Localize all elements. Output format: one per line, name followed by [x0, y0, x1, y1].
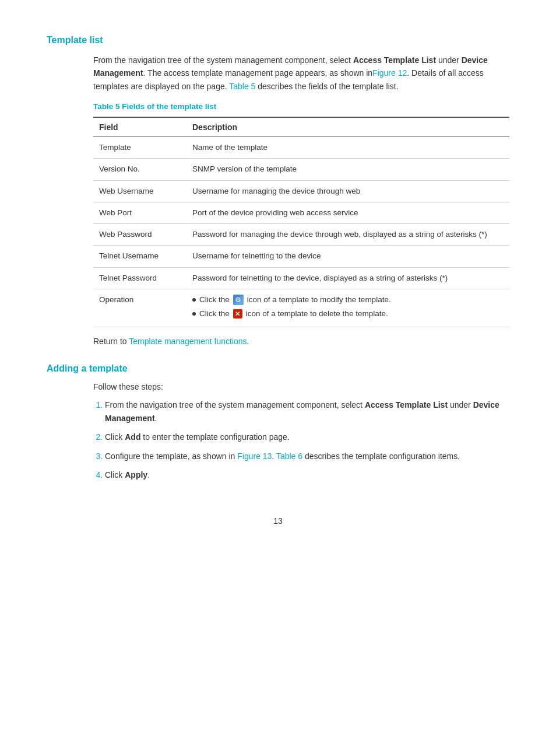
step-3: Configure the template, as shown in Figu…: [105, 450, 509, 463]
figure-12-link[interactable]: Figure 12: [372, 68, 407, 78]
table-row: Version No. SNMP version of the template: [93, 159, 509, 180]
row-field: Web Port: [93, 202, 186, 223]
step-4-bold: Apply: [125, 470, 147, 480]
row-field: Telnet Username: [93, 246, 186, 267]
bullet-delete: Click the icon of a template to delete t…: [192, 308, 504, 320]
table-5-link[interactable]: Table 5: [229, 82, 255, 91]
template-fields-table: Field Description Template Name of the t…: [93, 117, 509, 327]
row-description: SNMP version of the template: [186, 159, 509, 180]
table-header-row: Field Description: [93, 117, 509, 137]
row-field: Version No.: [93, 159, 186, 180]
row-field: Telnet Password: [93, 267, 186, 289]
step-3-text-1: Configure the template, as shown in: [105, 452, 237, 461]
operation-bullets: Click the icon of a template to modify t…: [192, 294, 504, 320]
adding-template-section: Adding a template Follow these steps: Fr…: [47, 363, 509, 481]
bullet-modify: Click the icon of a template to modify t…: [192, 294, 504, 306]
template-list-body: From the navigation tree of the system m…: [93, 54, 509, 346]
step-4-period: .: [147, 470, 150, 480]
intro-bold-1: Access Template List: [353, 55, 436, 65]
bullet-dot-modify: [192, 298, 196, 302]
return-text-static: Return to: [93, 337, 129, 346]
col-field: Field: [93, 117, 186, 137]
intro-text-1: From the navigation tree of the system m…: [93, 55, 353, 65]
step-3-text-3: describes the template configuration ite…: [302, 452, 460, 461]
template-management-link[interactable]: Template management functions: [129, 337, 247, 346]
step-1-period: .: [155, 414, 157, 423]
row-description: Password for managing the device through…: [186, 224, 509, 246]
modify-icon: [233, 295, 244, 305]
table-row: Template Name of the template: [93, 137, 509, 159]
intro-text-5: describes the fields of the template lis…: [255, 82, 398, 91]
table-5-title: Table 5 Fields of the template list: [93, 102, 509, 111]
step-4: Click Apply.: [105, 468, 509, 481]
bullet-delete-text-2: icon of a template to delete the templat…: [246, 308, 388, 320]
table-row: Web Password Password for managing the d…: [93, 224, 509, 246]
step-2-text-1: Click: [105, 432, 125, 442]
follow-steps-text: Follow these steps:: [93, 382, 509, 391]
step-1: From the navigation tree of the system m…: [105, 398, 509, 425]
table-row: Web Port Port of the device providing we…: [93, 202, 509, 223]
row-description: Username for managing the device through…: [186, 180, 509, 202]
template-list-section: Template list From the navigation tree o…: [47, 35, 509, 346]
col-description: Description: [186, 117, 509, 137]
return-period: .: [247, 337, 249, 346]
row-field: Template: [93, 137, 186, 159]
intro-text-2: under: [436, 55, 462, 65]
row-description: Name of the template: [186, 137, 509, 159]
adding-template-body: Follow these steps: From the navigation …: [93, 382, 509, 481]
adding-template-title: Adding a template: [47, 363, 509, 374]
table-6-link[interactable]: Table 6: [276, 452, 302, 461]
steps-list: From the navigation tree of the system m…: [105, 398, 509, 481]
page-number: 13: [47, 516, 509, 526]
bullet-delete-text-1: Click the: [199, 308, 230, 320]
table-row: Telnet Username Username for telnetting …: [93, 246, 509, 267]
row-field: Web Password: [93, 224, 186, 246]
step-1-text-1: From the navigation tree of the system m…: [105, 400, 365, 410]
intro-paragraph: From the navigation tree of the system m…: [93, 54, 509, 93]
row-description-operation: Click the icon of a template to modify t…: [186, 289, 509, 327]
step-4-text-1: Click: [105, 470, 125, 480]
row-description: Port of the device providing web access …: [186, 202, 509, 223]
step-2-text-2: to enter the template configuration page…: [140, 432, 289, 442]
row-description: Password for telnetting to the device, d…: [186, 267, 509, 289]
table-row-operation: Operation Click the icon of a template t…: [93, 289, 509, 327]
row-description: Username for telnetting to the device: [186, 246, 509, 267]
step-2-bold: Add: [125, 432, 140, 442]
row-field: Web Username: [93, 180, 186, 202]
figure-13-link[interactable]: Figure 13: [237, 452, 272, 461]
table-row: Telnet Password Password for telnetting …: [93, 267, 509, 289]
template-list-title: Template list: [47, 35, 509, 46]
bullet-modify-text-1: Click the: [199, 294, 230, 306]
row-field-operation: Operation: [93, 289, 186, 327]
bullet-dot-delete: [192, 312, 196, 316]
return-paragraph: Return to Template management functions.: [93, 337, 509, 346]
step-3-text-2: .: [272, 452, 276, 461]
step-2: Click Add to enter the template configur…: [105, 430, 509, 443]
step-1-text-2: under: [448, 400, 473, 410]
delete-icon: [233, 309, 242, 318]
table-row: Web Username Username for managing the d…: [93, 180, 509, 202]
intro-text-3: . The access template management page ap…: [143, 68, 373, 78]
step-1-bold-1: Access Template List: [365, 400, 448, 410]
bullet-modify-text-2: icon of a template to modify the templat…: [247, 294, 391, 306]
